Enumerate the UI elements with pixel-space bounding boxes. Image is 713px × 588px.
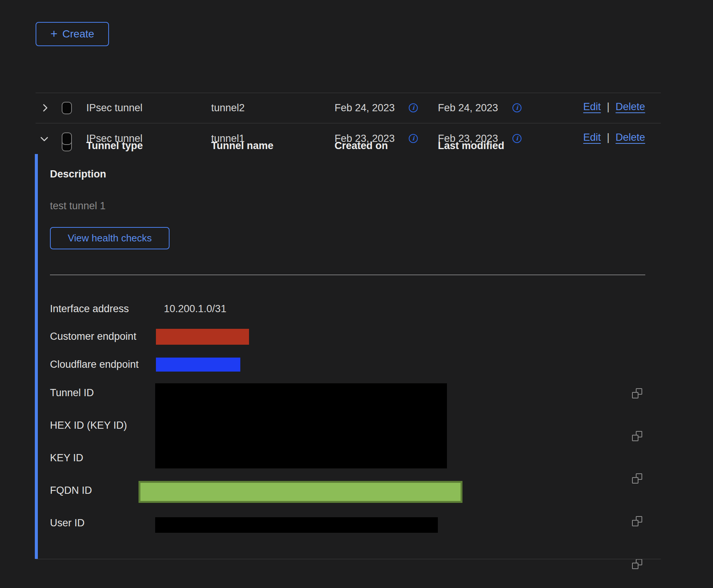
cloudflare-endpoint-label: Cloudflare endpoint: [50, 358, 139, 371]
user-id-redacted-value: [155, 517, 438, 533]
created-on-cell: Feb 24, 2023: [335, 101, 395, 115]
fqdn-id-redacted-value: [139, 481, 462, 503]
tunnel-id-label: Tunnel ID: [50, 386, 94, 399]
plus-icon: +: [50, 28, 58, 40]
collapse-chevron-down-icon[interactable]: [39, 134, 49, 144]
fqdn-id-label: FQDN ID: [50, 484, 92, 497]
action-separator: |: [607, 101, 610, 113]
description-value: test tunnel 1: [50, 199, 106, 212]
copy-key-id-icon[interactable]: [632, 473, 642, 484]
last-modified-info-icon[interactable]: i: [512, 103, 522, 112]
create-button-label: Create: [62, 28, 94, 40]
last-modified-cell: Feb 23, 2023: [438, 132, 498, 145]
user-id-label: User ID: [50, 516, 85, 529]
row-checkbox[interactable]: [62, 132, 72, 145]
copy-hex-id-icon[interactable]: [632, 431, 642, 441]
tunnel-name-cell: tunnel1: [211, 132, 245, 145]
expanded-row-indicator: [35, 154, 38, 559]
tunnel-type-cell: IPsec tunnel: [86, 132, 143, 145]
customer-endpoint-redacted-value: [156, 329, 249, 345]
create-button[interactable]: + Create: [36, 22, 109, 46]
table-row-tunnel2: IPsec tunnel tunnel2 Feb 24, 2023 i Feb …: [0, 93, 713, 123]
row-checkbox[interactable]: [62, 102, 72, 114]
row-actions: Edit | Delete: [583, 101, 645, 113]
tunnels-page: { "colors": { "background": "#1d1d1e", "…: [0, 0, 713, 588]
row-actions: Edit | Delete: [583, 132, 645, 143]
created-on-info-icon[interactable]: i: [409, 103, 418, 112]
table-header: Tunnel type Tunnel name Created on Last …: [0, 66, 713, 93]
view-health-checks-button[interactable]: View health checks: [50, 227, 170, 249]
delete-link[interactable]: Delete: [616, 132, 645, 143]
copy-user-id-icon[interactable]: [632, 559, 642, 569]
cloudflare-endpoint-redacted-value: [156, 358, 240, 372]
delete-link[interactable]: Delete: [616, 101, 645, 113]
tunnel-hex-key-id-redacted-values: [155, 383, 447, 468]
expand-chevron-right-icon[interactable]: [40, 103, 50, 113]
description-label: Description: [50, 168, 106, 180]
last-modified-cell: Feb 24, 2023: [438, 101, 498, 115]
tunnel-type-cell: IPsec tunnel: [86, 101, 143, 115]
expanded-row-bottom-divider: [36, 559, 661, 559]
interface-address-value: 10.200.1.0/31: [164, 302, 226, 315]
edit-link[interactable]: Edit: [583, 101, 601, 113]
panel-divider: [50, 275, 645, 275]
last-modified-info-icon[interactable]: i: [512, 134, 522, 143]
tunnel-name-cell: tunnel2: [211, 101, 245, 115]
hex-id-label: HEX ID (KEY ID): [50, 419, 127, 432]
customer-endpoint-label: Customer endpoint: [50, 330, 136, 343]
copy-fqdn-id-icon[interactable]: [632, 516, 642, 526]
edit-link[interactable]: Edit: [583, 132, 601, 143]
key-id-label: KEY ID: [50, 451, 83, 464]
copy-tunnel-id-icon[interactable]: [632, 388, 642, 398]
created-on-info-icon[interactable]: i: [409, 134, 418, 143]
action-separator: |: [607, 132, 610, 143]
created-on-cell: Feb 23, 2023: [335, 132, 395, 145]
table-row-tunnel1: IPsec tunnel tunnel1 Feb 23, 2023 i Feb …: [0, 123, 713, 154]
interface-address-label: Interface address: [50, 302, 129, 315]
